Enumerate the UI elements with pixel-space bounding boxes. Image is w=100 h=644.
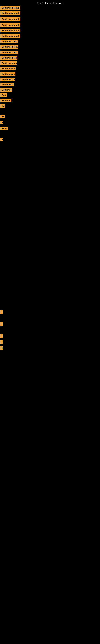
bottleneck-badge-17: Bottlene [0,99,11,102]
bottleneck-badge-23: | [0,310,3,314]
bottleneck-badge-6: Bottleneck result [0,40,18,43]
bottleneck-badge-3: Bottleneck result [0,23,20,27]
bottleneck-badge-1: Bottleneck result [0,11,20,15]
bottleneck-badge-10: Bottleneck result [0,62,17,65]
bottleneck-badge-19: Bo [0,115,5,118]
bottleneck-badge-26: r [0,340,3,344]
bottleneck-badge-14: Bottleneck re [0,82,14,86]
bottleneck-badge-0: Bottleneck result [0,6,20,10]
bottleneck-badge-21: Bottl [0,127,8,130]
bottleneck-badge-8: Bottleneck result [0,50,18,54]
bottleneck-badge-2: Bottleneck result [0,17,20,21]
bottleneck-badge-13: Bottleneck res [0,78,15,81]
bottleneck-badge-24: | [0,322,3,326]
bottleneck-badge-9: Bottleneck result [0,56,17,60]
site-title: TheBottlenecker.com [37,2,63,5]
bottleneck-badge-11: Bottleneck resu [0,67,16,70]
bottleneck-badge-27: B [0,346,3,350]
bottleneck-badge-18: Bo [0,104,5,108]
bottleneck-badge-12: Bottleneck res [0,72,15,76]
bottleneck-badge-7: Bottleneck result [0,45,18,49]
bottleneck-badge-22: B [0,138,3,142]
bottleneck-badge-20: B [0,121,3,124]
bottleneck-badge-15: Bottlenec [0,88,12,92]
bottleneck-badge-16: Bott [0,94,7,97]
bottleneck-badge-4: Bottleneck result [0,29,20,32]
bottleneck-badge-25: | [0,334,3,338]
bottleneck-badge-5: Bottleneck result [0,34,20,38]
